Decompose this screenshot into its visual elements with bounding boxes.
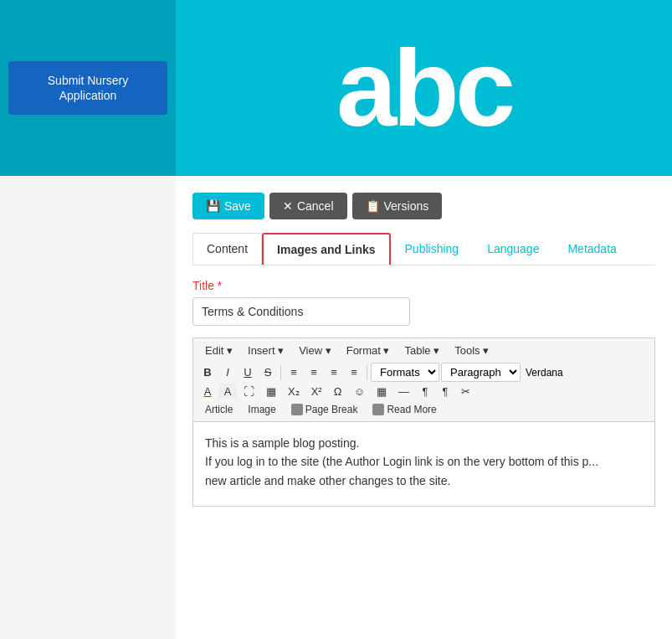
italic-button[interactable]: I: [218, 364, 237, 380]
save-button[interactable]: 💾 Save: [192, 193, 264, 219]
highlight-button[interactable]: A: [218, 384, 237, 399]
emoticon-button[interactable]: ☺: [349, 384, 370, 399]
save-label: Save: [224, 199, 251, 213]
page-break-icon: [291, 404, 303, 415]
save-icon: 💾: [206, 199, 220, 213]
media-button[interactable]: ▦: [372, 384, 392, 399]
read-more-action[interactable]: Read More: [366, 401, 443, 418]
menu-tools[interactable]: Tools ▾: [448, 342, 495, 359]
editor-format-row-1: B I U S ≡ ≡ ≡ ≡ Formats Paragraph: [198, 363, 649, 382]
font-color-button[interactable]: A: [198, 384, 217, 399]
bold-button[interactable]: B: [198, 364, 217, 380]
tab-images-and-links[interactable]: Images and Links: [262, 233, 390, 265]
show-blocks-button[interactable]: ¶: [416, 384, 434, 399]
special-char-button[interactable]: Ω: [329, 384, 347, 399]
align-right-button[interactable]: ≡: [325, 364, 343, 380]
editor-toolbar: Edit ▾ Insert ▾ View ▾ Format ▾ Table ▾ …: [193, 338, 654, 422]
tabs: Content Images and Links Publishing Lang…: [192, 233, 655, 265]
editor-line-3: new article and make other changes to th…: [205, 472, 643, 490]
image-action[interactable]: Image: [241, 401, 282, 418]
hr-button[interactable]: —: [393, 384, 414, 399]
main-area: 💾 Save ✕ Cancel 📋 Versions Content Image…: [0, 176, 672, 639]
editor-actions-row: Article Image Page Break Read More: [198, 401, 649, 418]
fullscreen-button[interactable]: ⛶: [239, 384, 259, 399]
editor-body[interactable]: This is a sample blog posting. If you lo…: [193, 422, 654, 506]
menu-format[interactable]: Format ▾: [340, 342, 397, 359]
menu-table[interactable]: Table ▾: [398, 342, 447, 359]
editor-format-row-2: A A ⛶ ▦ X₂ X² Ω ☺ ▦ — ¶ ¶ ✂: [198, 384, 649, 399]
separator-1: [280, 365, 281, 380]
title-label-text: Title: [192, 279, 214, 292]
versions-icon: 📋: [366, 199, 380, 213]
tab-metadata[interactable]: Metadata: [553, 233, 630, 265]
header: Submit Nursery Application abc: [0, 0, 672, 176]
menu-view[interactable]: View ▾: [292, 342, 338, 359]
menu-edit[interactable]: Edit ▾: [198, 342, 239, 359]
cancel-icon: ✕: [283, 199, 293, 213]
align-left-button[interactable]: ≡: [285, 364, 303, 380]
versions-label: Versions: [384, 199, 429, 213]
read-more-icon: [372, 404, 384, 415]
submit-nursery-application-button[interactable]: Submit Nursery Application: [8, 61, 167, 115]
table-insert-button[interactable]: ▦: [261, 384, 281, 399]
cancel-button[interactable]: ✕ Cancel: [269, 193, 347, 219]
required-star: *: [218, 279, 222, 292]
editor-menu-row: Edit ▾ Insert ▾ View ▾ Format ▾ Table ▾ …: [198, 342, 649, 359]
title-input[interactable]: [192, 297, 410, 326]
superscript-button[interactable]: X²: [306, 384, 327, 399]
header-abc-logo: abc: [176, 33, 672, 142]
page-break-action[interactable]: Page Break: [285, 401, 365, 418]
tab-publishing[interactable]: Publishing: [391, 233, 474, 265]
formats-dropdown[interactable]: Formats: [371, 363, 439, 382]
tab-content[interactable]: Content: [192, 233, 262, 265]
main-content: 💾 Save ✕ Cancel 📋 Versions Content Image…: [176, 176, 672, 639]
tab-language[interactable]: Language: [473, 233, 553, 265]
cut-button[interactable]: ✂: [456, 384, 475, 399]
align-justify-button[interactable]: ≡: [345, 364, 363, 380]
separator-2: [367, 365, 367, 380]
header-left: Submit Nursery Application: [0, 0, 176, 176]
subscript-button[interactable]: X₂: [283, 384, 305, 399]
toolbar-buttons: 💾 Save ✕ Cancel 📋 Versions: [192, 193, 655, 219]
editor: Edit ▾ Insert ▾ View ▾ Format ▾ Table ▾ …: [192, 338, 655, 507]
strikethrough-button[interactable]: S: [259, 364, 277, 380]
title-field-label: Title *: [192, 279, 655, 292]
sidebar: [0, 176, 176, 639]
underline-button[interactable]: U: [239, 364, 257, 380]
versions-button[interactable]: 📋 Versions: [352, 193, 443, 219]
article-action[interactable]: Article: [198, 401, 239, 418]
dir-rtl-button[interactable]: ¶: [436, 384, 454, 399]
editor-line-1: This is a sample blog posting.: [205, 434, 643, 452]
menu-insert[interactable]: Insert ▾: [241, 342, 290, 359]
editor-line-2: If you log in to the site (the Author Lo…: [205, 452, 643, 471]
abc-logo-text: abc: [336, 33, 511, 142]
cancel-label: Cancel: [297, 199, 334, 213]
font-dropdown-label: Verdana: [522, 367, 567, 379]
paragraph-dropdown[interactable]: Paragraph: [441, 363, 521, 382]
align-center-button[interactable]: ≡: [305, 364, 323, 380]
